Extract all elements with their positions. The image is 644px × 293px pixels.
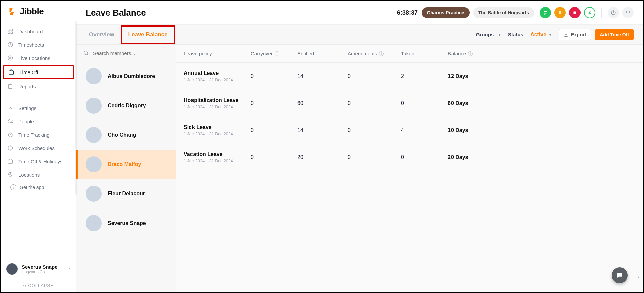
- people-icon: [7, 118, 14, 125]
- table-row[interactable]: Sick Leave1 Jan 2024 – 31 Dec 2024 0 14 …: [176, 117, 643, 144]
- cell-amendments: 0: [348, 127, 401, 133]
- add-label: Add Time Off: [600, 32, 629, 37]
- stop-icon[interactable]: [569, 7, 581, 18]
- chat-fab[interactable]: [612, 267, 628, 283]
- cell-policy: Vacation Leave1 Jan 2024 – 31 Dec 2024: [184, 151, 251, 163]
- nav-settings-section: Settings People Time Tracking Work Sched…: [1, 100, 76, 195]
- info-icon[interactable]: i: [379, 51, 384, 56]
- svg-point-27: [626, 14, 627, 14]
- table-row[interactable]: Annual Leave1 Jan 2024 – 31 Dec 2024 0 1…: [176, 63, 643, 90]
- info-icon[interactable]: i: [275, 51, 279, 56]
- policy-name: Sick Leave: [184, 124, 251, 130]
- brand-logo[interactable]: Jibble: [1, 1, 76, 23]
- policy-range: 1 Jan 2024 – 31 Dec 2024: [184, 78, 251, 82]
- chat-icon: [616, 272, 623, 279]
- sidebar-item-locations[interactable]: Locations: [1, 168, 76, 181]
- cell-entitled: 14: [297, 127, 348, 133]
- sidebar-item-time-tracking[interactable]: Time Tracking: [1, 128, 76, 141]
- col-carryover: Carryoveri: [251, 51, 297, 56]
- search-row: [76, 45, 176, 61]
- table-row[interactable]: Hospitalization Leave1 Jan 2024 – 31 Dec…: [176, 90, 643, 117]
- main: Leave Balance 6:38:37 Charms Practice Th…: [76, 1, 643, 292]
- sidebar-item-label: Locations: [18, 172, 40, 178]
- help-icon[interactable]: [608, 7, 619, 18]
- cell-taken: 2: [401, 73, 448, 79]
- pause-icon[interactable]: [554, 7, 566, 18]
- groups-label: Groups: [476, 32, 494, 37]
- sidebar-item-live-locations[interactable]: Live Locations: [1, 51, 76, 65]
- policy-range: 1 Jan 2024 – 31 Dec 2024: [184, 105, 251, 109]
- sidebar-scrollbar[interactable]: [75, 21, 77, 195]
- running-timer: 6:38:37: [397, 9, 418, 16]
- cell-balance: 60 Days: [448, 100, 636, 106]
- avatar: [86, 156, 102, 172]
- divider: [601, 8, 602, 18]
- tab-leave-balance[interactable]: Leave Balance: [121, 25, 175, 44]
- sidebar-item-work-schedules[interactable]: Work Schedules: [1, 141, 76, 155]
- col-amendments: Amendmentsi: [348, 51, 401, 56]
- sidebar-item-reports[interactable]: Reports: [1, 80, 76, 93]
- nav-divider: [1, 97, 76, 97]
- member-row[interactable]: Draco Malfoy: [76, 150, 176, 179]
- sidebar-item-timesheets[interactable]: Timesheets: [1, 38, 76, 51]
- svg-point-19: [589, 11, 590, 12]
- clipboard-icon: [7, 83, 14, 90]
- briefcase-icon: [8, 69, 15, 76]
- page-title: Leave Balance: [86, 8, 146, 18]
- status-filter[interactable]: Status : Active ▼: [508, 32, 552, 38]
- svg-point-25: [628, 12, 628, 13]
- collapse-sidebar-button[interactable]: ‹‹ COLLAPSE: [1, 279, 76, 292]
- chevron-left-icon: ‹‹: [23, 283, 28, 288]
- export-button[interactable]: Export: [559, 29, 591, 40]
- sidebar-item-label: People: [18, 119, 34, 124]
- member-name: Draco Malfoy: [108, 161, 141, 167]
- search-input[interactable]: [93, 50, 169, 56]
- member-row[interactable]: Cho Chang: [76, 120, 176, 150]
- sidebar-item-label: Work Schedules: [18, 145, 55, 151]
- svg-point-22: [628, 11, 628, 12]
- cell-amendments: 0: [348, 154, 401, 160]
- table-body: Annual Leave1 Jan 2024 – 31 Dec 2024 0 1…: [176, 63, 643, 171]
- svg-point-30: [84, 51, 88, 55]
- cell-carryover: 0: [251, 73, 297, 79]
- sidebar-item-label: Dashboard: [18, 29, 43, 34]
- table-row[interactable]: Vacation Leave1 Jan 2024 – 31 Dec 2024 0…: [176, 144, 643, 171]
- groups-filter[interactable]: Groups ▼: [476, 32, 501, 37]
- cell-entitled: 60: [297, 100, 348, 106]
- member-row[interactable]: Albus Dumbledore: [76, 61, 176, 91]
- sidebar-item-time-off-holidays[interactable]: Time Off & Holidays: [1, 155, 76, 168]
- brand-name: Jibble: [20, 6, 44, 17]
- user-action-icon[interactable]: [584, 7, 595, 18]
- info-icon[interactable]: i: [468, 51, 473, 56]
- sidebar-item-time-off[interactable]: Time Off: [3, 65, 74, 79]
- member-row[interactable]: Fleur Delacour: [76, 179, 176, 208]
- tab-overview[interactable]: Overview: [86, 25, 118, 44]
- chevron-right-icon: ›: [69, 266, 71, 272]
- chevron-down-icon: ▼: [498, 33, 501, 37]
- apps-icon[interactable]: [622, 7, 634, 18]
- add-time-off-button[interactable]: Add Time Off: [595, 29, 634, 40]
- subheader: Overview Leave Balance Groups ▼ Status :…: [76, 25, 643, 45]
- jibble-logo-icon: [8, 7, 18, 16]
- cell-carryover: 0: [251, 154, 297, 160]
- table-header: Leave policy Carryoveri Entitled Amendme…: [176, 45, 643, 63]
- get-the-app-link[interactable]: ↓ Get the app: [1, 181, 76, 193]
- nav: Dashboard Timesheets Live Locations Time…: [1, 23, 76, 259]
- member-row[interactable]: Severus Snape: [76, 208, 176, 238]
- scroll-right-button[interactable]: ›: [638, 273, 640, 280]
- policy-name: Hospitalization Leave: [184, 97, 251, 103]
- sidebar-item-people[interactable]: People: [1, 115, 76, 128]
- sidebar-item-dashboard[interactable]: Dashboard: [1, 25, 76, 38]
- member-row[interactable]: Cedric Diggory: [76, 91, 176, 120]
- swap-icon[interactable]: [540, 7, 551, 18]
- sidebar-item-settings[interactable]: Settings: [1, 101, 76, 115]
- activity-pill-charms[interactable]: Charms Practice: [422, 7, 470, 18]
- svg-point-5: [10, 57, 11, 59]
- svg-rect-0: [8, 29, 10, 31]
- cell-balance: 20 Days: [448, 154, 636, 160]
- avatar: [86, 186, 102, 202]
- current-user-menu[interactable]: Severus Snape Hogwarts Co ›: [1, 259, 76, 279]
- activity-pill-battle[interactable]: The Battle of Hogwarts: [473, 7, 534, 18]
- policy-range: 1 Jan 2024 – 31 Dec 2024: [184, 159, 251, 163]
- col-leave-policy: Leave policy: [184, 51, 251, 56]
